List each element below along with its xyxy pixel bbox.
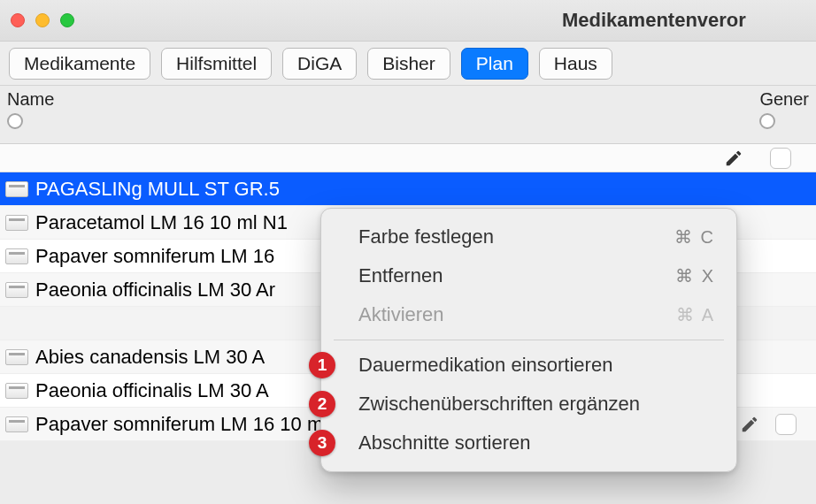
filter-name-column: Name — [7, 89, 738, 129]
badge-3: 3 — [309, 430, 335, 456]
ctx-activate: Aktivieren ⌘ A — [321, 295, 736, 334]
filter-gener-radio[interactable] — [759, 113, 775, 129]
tab-bisher[interactable]: Bisher — [367, 48, 450, 80]
badge-1: 1 — [309, 352, 335, 378]
filter-name-radio[interactable] — [7, 113, 23, 129]
filter-name-label: Name — [7, 89, 738, 110]
row-text: Papaver somniferum LM 16 — [35, 245, 274, 268]
filter-bar: Name Gener — [0, 86, 816, 144]
tab-plan[interactable]: Plan — [461, 48, 528, 80]
ctx-label: Zwischenüberschriften ergänzen — [358, 393, 640, 416]
ctx-shortcut: ⌘ C — [674, 226, 715, 248]
list-row[interactable]: PAGASLINg MULL ST GR.5 — [0, 172, 816, 206]
tab-hilfsmittel[interactable]: Hilfsmittel — [161, 48, 272, 80]
row-edit-icon[interactable] — [740, 415, 759, 434]
ctx-sort-sections[interactable]: 3 Abschnitte sortieren — [321, 424, 736, 462]
row-text: Abies canadensis LM 30 A — [35, 346, 265, 369]
filter-gener-label: Gener — [759, 89, 809, 110]
ctx-label: Farbe festlegen — [358, 225, 494, 248]
tab-diga[interactable]: DiGA — [282, 48, 357, 80]
ctx-shortcut: ⌘ A — [676, 304, 715, 325]
ctx-sort-permanent-medication[interactable]: 1 Dauermedikation einsortieren — [321, 346, 736, 385]
document-icon — [5, 181, 28, 197]
row-text: PAGASLINg MULL ST GR.5 — [35, 178, 280, 201]
document-icon — [5, 416, 28, 432]
document-icon — [5, 215, 28, 231]
document-icon — [5, 383, 28, 399]
row-text: Paeonia officinalis LM 30 Ar — [35, 279, 275, 302]
document-icon — [5, 248, 28, 264]
ctx-set-color[interactable]: Farbe festlegen ⌘ C — [321, 218, 736, 256]
tab-medikamente[interactable]: Medikamente — [9, 48, 150, 80]
context-menu: Farbe festlegen ⌘ C Entfernen ⌘ X Aktivi… — [320, 208, 737, 472]
row-text: Paeonia officinalis LM 30 A — [35, 379, 269, 402]
main-toolbar: Medikamente Hilfsmittel DiGA Bisher Plan… — [0, 42, 816, 86]
tab-haus[interactable]: Haus — [539, 48, 612, 80]
ctx-label: Aktivieren — [358, 303, 444, 326]
row-text: Papaver somniferum LM 16 10 ml N1 — [35, 413, 358, 436]
window-title: Medikamentenveror — [0, 9, 816, 32]
select-all-checkbox[interactable] — [770, 148, 791, 169]
edit-column-icon[interactable] — [724, 149, 743, 168]
document-icon — [5, 282, 28, 298]
badge-2: 2 — [309, 391, 335, 417]
ctx-label: Abschnitte sortieren — [358, 431, 530, 454]
ctx-label: Dauermedikation einsortieren — [358, 354, 612, 377]
ctx-shortcut: ⌘ X — [675, 265, 715, 286]
ctx-add-subheadings[interactable]: 2 Zwischenüberschriften ergänzen — [321, 385, 736, 424]
ctx-remove[interactable]: Entfernen ⌘ X — [321, 256, 736, 295]
filter-gener-column: Gener — [759, 89, 809, 129]
row-text: Paracetamol LM 16 10 ml N1 — [35, 211, 288, 234]
column-action-bar — [0, 144, 816, 172]
titlebar: Medikamentenveror — [0, 0, 816, 42]
ctx-separator — [334, 340, 724, 340]
row-checkbox[interactable] — [775, 414, 797, 435]
ctx-label: Entfernen — [358, 264, 443, 287]
document-icon — [5, 349, 28, 365]
